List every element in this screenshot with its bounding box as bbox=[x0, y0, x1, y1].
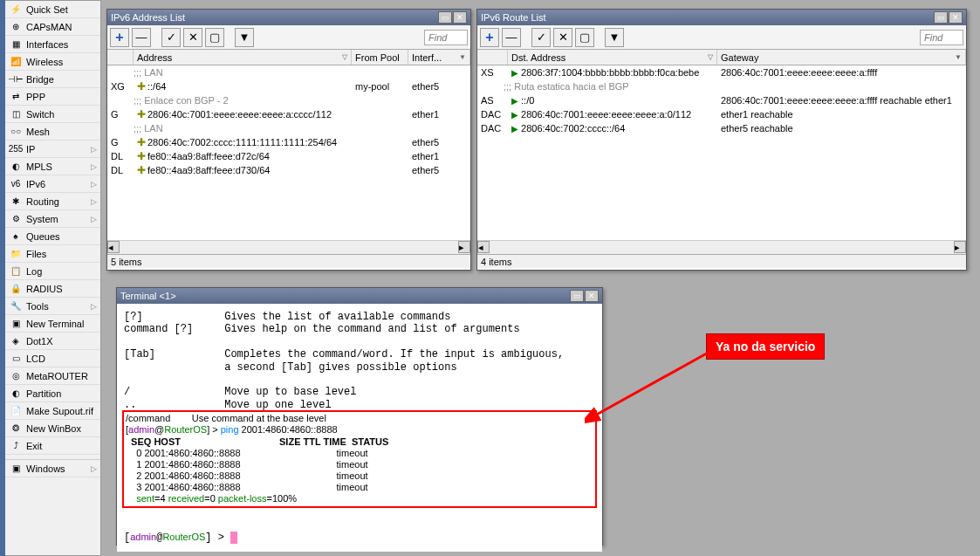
sidebar-item-system[interactable]: ⚙System▷ bbox=[5, 210, 100, 228]
window-titlebar[interactable]: IPv6 Address List ▭ ✕ bbox=[107, 10, 470, 25]
horizontal-scrollbar[interactable]: ◂▸ bbox=[477, 240, 966, 254]
terminal-output[interactable]: [?] Gives the list of available commands… bbox=[117, 304, 602, 552]
table-row[interactable]: DAC▶ 2806:40c:7002:cccc::/64ether5 reach… bbox=[477, 121, 966, 135]
menu-icon: ◎ bbox=[9, 369, 23, 383]
table-row[interactable]: DL✚fe80::4aa9:8aff:feee:d730/64ether5 bbox=[107, 163, 470, 177]
submenu-arrow-icon: ▷ bbox=[91, 302, 97, 311]
submenu-arrow-icon: ▷ bbox=[91, 162, 97, 171]
filter-button[interactable]: ▼ bbox=[605, 28, 624, 47]
disable-button[interactable]: ✕ bbox=[183, 28, 202, 47]
menu-icon: ❂ bbox=[9, 422, 23, 436]
close-button[interactable]: ✕ bbox=[585, 290, 599, 302]
toolbar: + — ✓ ✕ ▢ ▼ bbox=[107, 25, 470, 50]
address-table-body[interactable]: ;;; LANXG✚::/64my-poolether5;;; Enlace c… bbox=[107, 65, 470, 240]
route-icon: ▶ bbox=[511, 124, 518, 134]
sidebar-item-routing[interactable]: ✱Routing▷ bbox=[5, 193, 100, 210]
menu-icon: ◐ bbox=[9, 160, 23, 174]
sidebar-item-mpls[interactable]: ◐MPLS▷ bbox=[5, 158, 100, 175]
sidebar-item-interfaces[interactable]: ▦Interfaces bbox=[5, 36, 100, 53]
comment-button[interactable]: ▢ bbox=[205, 28, 224, 47]
col-gateway[interactable]: Gateway▼ bbox=[717, 50, 966, 65]
horizontal-scrollbar[interactable]: ◂▸ bbox=[107, 240, 470, 254]
add-button[interactable]: + bbox=[110, 28, 129, 47]
find-input[interactable] bbox=[424, 30, 468, 45]
minimize-button[interactable]: ▭ bbox=[438, 11, 452, 24]
sidebar-item-dot1x[interactable]: ◈Dot1X bbox=[5, 333, 100, 350]
sidebar-item-label: Wireless bbox=[26, 57, 63, 67]
sidebar-item-bridge[interactable]: ⊣⊢Bridge bbox=[5, 71, 100, 88]
disable-button[interactable]: ✕ bbox=[553, 28, 572, 47]
sidebar-item-label: Files bbox=[26, 249, 46, 259]
sidebar-item-make-supout.rif[interactable]: 📄Make Supout.rif bbox=[5, 402, 100, 420]
comment-button[interactable]: ▢ bbox=[575, 28, 594, 47]
dst-cell: ▶ ::/0 bbox=[508, 95, 717, 106]
sidebar-item-ip[interactable]: 255IP▷ bbox=[5, 141, 100, 158]
sidebar-item-metarouter[interactable]: ◎MetaROUTER bbox=[5, 367, 100, 385]
window-title: IPv6 Address List bbox=[111, 12, 438, 23]
table-row[interactable]: ;;; Ruta estatica hacia el BGP bbox=[477, 79, 966, 93]
menu-icon: ⊕ bbox=[9, 20, 23, 34]
col-dst[interactable]: Dst. Address▽ bbox=[508, 50, 717, 65]
sidebar-item-ipv6[interactable]: v6IPv6▷ bbox=[5, 175, 100, 193]
interface-cell: ether5 bbox=[408, 81, 470, 92]
sidebar-item-ppp[interactable]: ⇄PPP bbox=[5, 88, 100, 106]
find-input[interactable] bbox=[920, 30, 963, 45]
table-row[interactable]: DL✚fe80::4aa9:8aff:feee:d72c/64ether1 bbox=[107, 149, 470, 163]
sidebar-item-partition[interactable]: ◐Partition bbox=[5, 385, 100, 402]
sidebar-item-quick-set[interactable]: ⚡Quick Set bbox=[5, 1, 100, 18]
sidebar-item-exit[interactable]: ⤴Exit bbox=[5, 437, 100, 455]
sidebar-item-mesh[interactable]: ○○Mesh bbox=[5, 123, 100, 141]
table-row[interactable]: DAC▶ 2806:40c:7001:eeee:eeee:eeee:a:0/11… bbox=[477, 107, 966, 121]
sidebar-item-lcd[interactable]: ▭LCD bbox=[5, 350, 100, 367]
table-row[interactable]: XS▶ 2806:3f7:1004:bbbb:bbbb:bbbb:f0ca:be… bbox=[477, 65, 966, 79]
window-titlebar[interactable]: IPv6 Route List ▭ ✕ bbox=[477, 10, 966, 25]
close-button[interactable]: ✕ bbox=[453, 11, 467, 24]
minimize-button[interactable]: ▭ bbox=[934, 11, 948, 24]
sidebar-item-capsman[interactable]: ⊕CAPsMAN bbox=[5, 18, 100, 36]
sidebar-item-queues[interactable]: ♠Queues bbox=[5, 228, 100, 245]
menu-icon: 🔧 bbox=[9, 299, 23, 313]
route-table-body[interactable]: XS▶ 2806:3f7:1004:bbbb:bbbb:bbbb:f0ca:be… bbox=[477, 65, 966, 240]
flag-cell: AS bbox=[477, 95, 508, 106]
enable-button[interactable]: ✓ bbox=[161, 28, 181, 47]
col-address[interactable]: Address▽ bbox=[134, 50, 352, 65]
enable-button[interactable]: ✓ bbox=[531, 28, 551, 47]
sidebar-item-tools[interactable]: 🔧Tools▷ bbox=[5, 298, 100, 315]
remove-button[interactable]: — bbox=[502, 28, 521, 47]
interface-cell: ether5 bbox=[408, 137, 470, 148]
menu-icon: ✱ bbox=[9, 195, 23, 209]
menu-icon: ◫ bbox=[9, 107, 23, 121]
sidebar-item-switch[interactable]: ◫Switch bbox=[5, 106, 100, 123]
address-cell: ✚::/64 bbox=[134, 80, 352, 93]
sidebar-item-new-terminal[interactable]: ▣New Terminal bbox=[5, 315, 100, 333]
sidebar-item-label: Interfaces bbox=[26, 39, 68, 50]
sidebar-item-wireless[interactable]: 📶Wireless bbox=[5, 53, 100, 71]
ipv6-address-list-window: IPv6 Address List ▭ ✕ + — ✓ ✕ ▢ ▼ Addres… bbox=[106, 9, 471, 271]
table-row[interactable]: AS▶ ::/02806:40c:7001:eeee:eeee:eeee:a:f… bbox=[477, 93, 966, 107]
sidebar-item-new-winbox[interactable]: ❂New WinBox bbox=[5, 420, 100, 437]
remove-button[interactable]: — bbox=[132, 28, 151, 47]
sidebar-item-radius[interactable]: 🔒RADIUS bbox=[5, 280, 100, 298]
col-interface[interactable]: Interf...▼ bbox=[408, 50, 470, 65]
sidebar-item-windows[interactable]: ▣Windows▷ bbox=[5, 460, 100, 477]
menu-icon: ⤴ bbox=[9, 439, 23, 453]
filter-button[interactable]: ▼ bbox=[235, 28, 254, 47]
close-button[interactable]: ✕ bbox=[949, 11, 963, 24]
table-row[interactable]: ;;; LAN bbox=[107, 65, 470, 79]
table-row[interactable]: ;;; Enlace con BGP - 2 bbox=[107, 93, 470, 107]
table-row[interactable]: G✚2806:40c:7001:eeee:eeee:eeee:a:cccc/11… bbox=[107, 107, 470, 121]
dst-cell: ▶ 2806:40c:7001:eeee:eeee:eeee:a:0/112 bbox=[508, 109, 717, 120]
sidebar-item-label: RADIUS bbox=[26, 284, 63, 294]
sidebar-item-files[interactable]: 📁Files bbox=[5, 245, 100, 263]
add-button[interactable]: + bbox=[480, 28, 499, 47]
sidebar-item-label: Quick Set bbox=[26, 4, 68, 15]
minimize-button[interactable]: ▭ bbox=[570, 290, 584, 302]
menu-icon: ◈ bbox=[9, 334, 23, 348]
col-frompool[interactable]: From Pool bbox=[352, 50, 408, 65]
table-row[interactable]: XG✚::/64my-poolether5 bbox=[107, 79, 470, 93]
table-row[interactable]: ;;; LAN bbox=[107, 121, 470, 135]
table-row[interactable]: G✚2806:40c:7002:cccc:1111:1111:1111:254/… bbox=[107, 135, 470, 149]
toolbar: + — ✓ ✕ ▢ ▼ bbox=[477, 25, 966, 50]
sidebar-item-log[interactable]: 📋Log bbox=[5, 263, 100, 280]
window-titlebar[interactable]: Terminal <1> ▭ ✕ bbox=[117, 288, 602, 304]
